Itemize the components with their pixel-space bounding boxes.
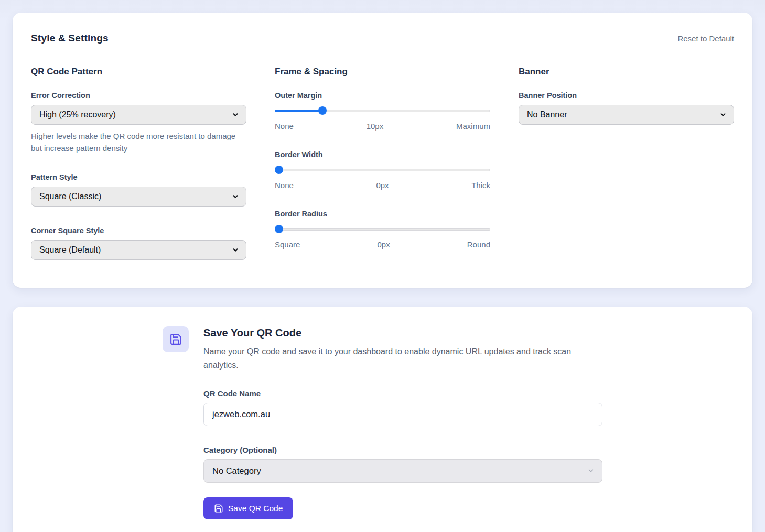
outer-margin-label: Outer Margin: [275, 91, 490, 100]
error-correction-label: Error Correction: [31, 91, 246, 100]
slider-track[interactable]: [275, 169, 490, 171]
error-correction-select[interactable]: High (25% recovery): [31, 105, 246, 125]
outer-margin-slider[interactable]: [275, 106, 490, 115]
scale-value: 10px: [367, 122, 384, 131]
banner-column: Banner Banner Position No Banner: [519, 67, 734, 269]
banner-position-value: No Banner: [527, 110, 567, 120]
style-settings-card: Style & Settings Reset to Default QR Cod…: [13, 13, 752, 288]
qr-name-label: QR Code Name: [203, 389, 602, 398]
border-radius-label: Border Radius: [275, 210, 490, 218]
save-icon-badge: [163, 326, 189, 352]
border-radius-slider[interactable]: [275, 225, 490, 233]
border-width-slider[interactable]: [275, 166, 490, 174]
slider-thumb[interactable]: [275, 166, 283, 174]
border-width-label: Border Width: [275, 150, 490, 159]
style-settings-header: Style & Settings Reset to Default: [31, 32, 734, 44]
style-settings-title: Style & Settings: [31, 32, 109, 44]
category-select[interactable]: No Category: [203, 459, 602, 483]
outer-margin-scale: None 10px Maximum: [275, 122, 490, 131]
scale-min: None: [275, 181, 294, 190]
pattern-style-select[interactable]: Square (Classic): [31, 187, 246, 207]
error-correction-value: High (25% recovery): [39, 110, 116, 120]
corner-square-style-value: Square (Default): [39, 245, 101, 255]
slider-thumb[interactable]: [318, 106, 327, 115]
save-inner: Save Your QR Code Name your QR code and …: [163, 326, 602, 519]
frame-spacing-column: Frame & Spacing Outer Margin None 10px M…: [275, 67, 490, 269]
slider-thumb[interactable]: [275, 225, 283, 233]
slider-fill: [275, 110, 322, 112]
slider-track[interactable]: [275, 228, 490, 231]
save-icon: [214, 504, 223, 513]
scale-max: Thick: [471, 181, 490, 190]
pattern-style-value: Square (Classic): [39, 192, 101, 201]
save-card-description: Name your QR code and save it to your da…: [203, 345, 591, 372]
chevron-down-icon: [232, 246, 239, 254]
chevron-down-icon: [719, 111, 727, 118]
scale-min: Square: [275, 240, 300, 249]
qr-pattern-heading: QR Code Pattern: [31, 67, 246, 77]
border-width-scale: None 0px Thick: [275, 181, 490, 190]
chevron-down-icon: [587, 467, 595, 474]
settings-grid: QR Code Pattern Error Correction High (2…: [31, 67, 734, 269]
border-width-slider-group: Border Width None 0px Thick: [275, 150, 490, 190]
qr-name-field: QR Code Name: [203, 389, 602, 426]
category-field: Category (Optional) No Category: [203, 446, 602, 483]
chevron-down-icon: [232, 111, 239, 118]
banner-heading: Banner: [519, 67, 734, 77]
error-correction-help: Higher levels make the QR code more resi…: [31, 131, 246, 154]
save-content: Save Your QR Code Name your QR code and …: [203, 326, 602, 519]
reset-to-default-button[interactable]: Reset to Default: [677, 34, 734, 43]
border-radius-scale: Square 0px Round: [275, 240, 490, 249]
scale-max: Maximum: [456, 122, 490, 131]
border-radius-slider-group: Border Radius Square 0px Round: [275, 210, 490, 249]
scale-max: Round: [467, 240, 490, 249]
scale-min: None: [275, 122, 294, 131]
save-button-label: Save QR Code: [228, 504, 283, 513]
save-qr-card: Save Your QR Code Name your QR code and …: [13, 307, 752, 532]
corner-square-style-select[interactable]: Square (Default): [31, 240, 246, 260]
save-icon: [169, 333, 182, 346]
scale-value: 0px: [377, 240, 390, 249]
banner-position-select[interactable]: No Banner: [519, 105, 734, 125]
pattern-style-label: Pattern Style: [31, 173, 246, 181]
banner-position-label: Banner Position: [519, 91, 734, 100]
corner-square-style-label: Corner Square Style: [31, 226, 246, 235]
page: Style & Settings Reset to Default QR Cod…: [0, 0, 765, 532]
chevron-down-icon: [232, 193, 239, 200]
save-qr-code-button[interactable]: Save QR Code: [203, 497, 293, 519]
qr-pattern-column: QR Code Pattern Error Correction High (2…: [31, 67, 246, 269]
scale-value: 0px: [376, 181, 389, 190]
save-card-title: Save Your QR Code: [203, 327, 602, 339]
outer-margin-slider-group: Outer Margin None 10px Maximum: [275, 91, 490, 131]
category-value: No Category: [212, 466, 261, 476]
category-label: Category (Optional): [203, 446, 602, 454]
frame-spacing-heading: Frame & Spacing: [275, 67, 490, 77]
qr-name-input[interactable]: [203, 403, 602, 426]
